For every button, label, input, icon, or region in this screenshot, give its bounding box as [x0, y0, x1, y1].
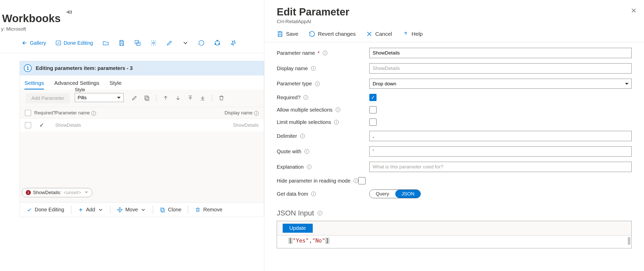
- refresh-icon[interactable]: [197, 39, 206, 47]
- panel-subtitle: CH-RetailAppAI: [277, 19, 632, 24]
- tab-settings[interactable]: Settings: [24, 80, 44, 89]
- allow-multiple-checkbox[interactable]: [369, 106, 377, 113]
- required-check-icon: ✓: [34, 122, 52, 129]
- style-label: Style: [75, 87, 124, 93]
- delimiter-input[interactable]: [369, 131, 632, 141]
- info-icon[interactable]: i: [305, 149, 309, 154]
- step-number: 1: [24, 64, 32, 72]
- label-parameter-name: Parameter name*i: [277, 50, 369, 56]
- col-display-name: Display namei: [218, 110, 259, 116]
- svg-rect-1: [121, 40, 123, 42]
- save-as-icon[interactable]: [133, 39, 142, 47]
- json-input-box: Update ["Yes","No"]: [277, 221, 632, 248]
- display-name-input[interactable]: [369, 63, 632, 74]
- row-pname: ShowDetails: [55, 123, 214, 128]
- svg-point-5: [153, 42, 155, 44]
- quote-input[interactable]: [369, 146, 632, 157]
- copy-row-icon[interactable]: [144, 95, 150, 102]
- toggle-query[interactable]: Query: [370, 190, 395, 198]
- cancel-button[interactable]: Cancel: [366, 31, 392, 37]
- page-title: Workbooks: [2, 12, 61, 25]
- parameter-type-select[interactable]: Drop down: [369, 79, 632, 89]
- label-quote-with: Quote withi: [277, 149, 369, 155]
- help-button[interactable]: Help: [402, 31, 423, 37]
- pill-value: <unset>: [64, 190, 81, 195]
- save-button[interactable]: Save: [277, 31, 298, 37]
- hide-parameter-checkbox[interactable]: [358, 177, 365, 184]
- label-delimiter: Delimiteri: [277, 133, 369, 139]
- table-row[interactable]: ✓ ShowDetails ShowDetails: [20, 119, 264, 132]
- row-checkbox[interactable]: [25, 122, 31, 128]
- done-editing-bottom-button[interactable]: Done Editing: [20, 203, 71, 217]
- info-icon[interactable]: i: [318, 211, 322, 215]
- info-icon[interactable]: i: [300, 134, 305, 138]
- scrollbar[interactable]: [628, 237, 630, 245]
- separator: [156, 95, 156, 102]
- breadcrumb: y: Microsoft: [1, 26, 264, 32]
- label-required: Required?i: [277, 95, 369, 101]
- add-button[interactable]: Add: [71, 203, 110, 217]
- label-parameter-type: Parameter typei: [277, 81, 369, 87]
- close-button[interactable]: [631, 7, 637, 15]
- remove-button[interactable]: Remove: [188, 203, 229, 217]
- svg-rect-14: [279, 31, 281, 33]
- chevron-down-icon: [84, 190, 88, 195]
- info-icon[interactable]: i: [323, 51, 327, 55]
- edit-icon[interactable]: [165, 39, 174, 47]
- select-all-checkbox[interactable]: [25, 110, 31, 116]
- item-header: 1 Editing parameters item: parameters - …: [20, 61, 264, 75]
- pin-icon[interactable]: [66, 9, 73, 16]
- info-icon[interactable]: i: [315, 82, 320, 86]
- move-top-icon[interactable]: [187, 95, 193, 102]
- bottom-bar: Done Editing Add Move Clone Re: [20, 203, 264, 217]
- json-code-editor[interactable]: ["Yes","No"]: [277, 235, 631, 248]
- chevron-down-icon[interactable]: [181, 39, 190, 47]
- info-icon[interactable]: i: [311, 192, 316, 196]
- data-source-toggle: Query JSON: [369, 189, 421, 198]
- info-icon[interactable]: i: [334, 120, 339, 124]
- limit-multiple-checkbox[interactable]: [369, 119, 377, 126]
- gallery-button[interactable]: Gallery: [21, 39, 47, 47]
- toggle-json[interactable]: JSON: [395, 190, 421, 198]
- required-checkbox[interactable]: ✓: [369, 94, 377, 101]
- main-toolbar: Gallery Done Editing: [0, 32, 264, 53]
- info-icon[interactable]: i: [303, 95, 308, 100]
- separator: [212, 95, 212, 102]
- info-icon[interactable]: i: [311, 66, 316, 71]
- label-display-name: Display namei: [277, 66, 369, 71]
- add-parameter-button[interactable]: Add Parameter: [26, 93, 70, 103]
- info-icon[interactable]: i: [354, 178, 358, 183]
- move-up-icon[interactable]: [163, 95, 169, 102]
- clone-button[interactable]: Clone: [153, 203, 188, 217]
- open-icon[interactable]: [101, 39, 110, 47]
- move-bottom-icon[interactable]: [200, 95, 206, 102]
- done-editing-button[interactable]: Done Editing: [54, 39, 94, 47]
- explanation-input[interactable]: [369, 162, 632, 172]
- svg-rect-11: [146, 97, 149, 101]
- revert-button[interactable]: Revert changes: [309, 31, 356, 37]
- settings-icon[interactable]: [149, 39, 158, 47]
- panel-title: Edit Parameter: [277, 6, 632, 18]
- edit-row-icon[interactable]: [131, 95, 138, 102]
- delete-row-icon[interactable]: [218, 95, 225, 102]
- style-select[interactable]: Pills: [75, 93, 124, 102]
- move-down-icon[interactable]: [175, 95, 181, 102]
- info-icon[interactable]: i: [307, 165, 311, 169]
- save-icon[interactable]: [117, 39, 126, 47]
- label-limit-multiple: Limit multiple selectionsi: [277, 119, 369, 125]
- pin-toolbar-icon[interactable]: [229, 39, 238, 47]
- info-icon[interactable]: i: [254, 111, 259, 116]
- share-icon[interactable]: [213, 39, 222, 47]
- info-icon[interactable]: i: [336, 107, 340, 112]
- info-icon[interactable]: i: [91, 111, 96, 116]
- update-button[interactable]: Update: [283, 224, 313, 233]
- pill-name: ShowDetails:: [33, 190, 61, 195]
- parameter-name-input[interactable]: [369, 48, 632, 58]
- move-button[interactable]: Move: [110, 203, 153, 217]
- svg-rect-15: [279, 34, 281, 37]
- json-input-title: JSON Inputi: [277, 209, 632, 217]
- label-explanation: Explanationi: [277, 164, 369, 170]
- svg-rect-10: [145, 96, 148, 100]
- parameter-pill[interactable]: ! ShowDetails: <unset>: [22, 188, 92, 197]
- table-header: Required? Parameter namei Display namei: [20, 107, 264, 119]
